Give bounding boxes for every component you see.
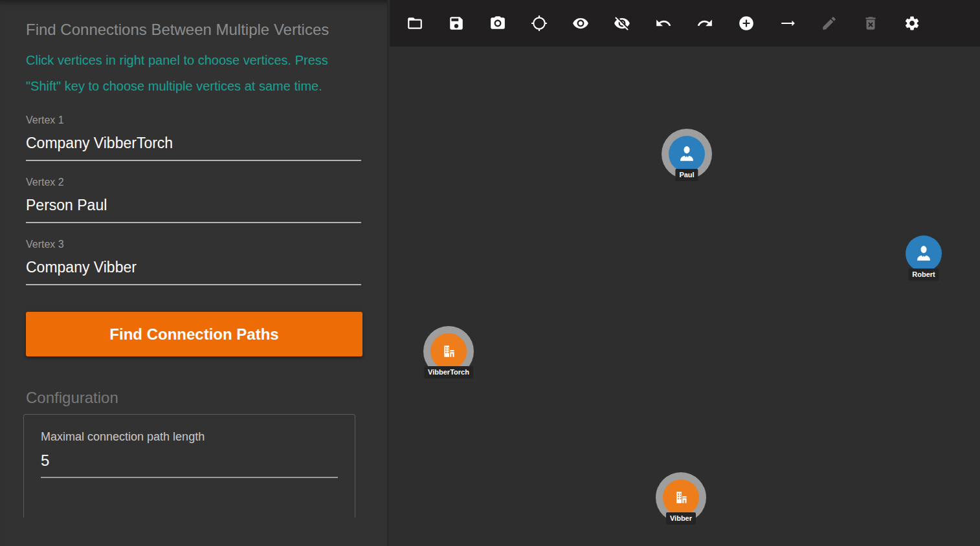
vertex-2-underline bbox=[26, 222, 361, 223]
settings-gear-icon[interactable] bbox=[904, 15, 920, 32]
show-visibility-icon[interactable] bbox=[572, 15, 589, 32]
vertex-3-label: Vertex 3 bbox=[26, 239, 361, 250]
panel-title: Find Connections Between Multiple Vertic… bbox=[26, 17, 361, 43]
vertex-label: Robert bbox=[908, 268, 939, 281]
locate-center-icon[interactable] bbox=[531, 15, 548, 32]
vertex-3-input[interactable] bbox=[26, 259, 361, 276]
add-edge-arrow-icon[interactable] bbox=[779, 15, 796, 32]
open-folder-icon[interactable] bbox=[406, 15, 423, 32]
vertex-1-underline bbox=[26, 160, 361, 161]
person-icon bbox=[669, 136, 705, 172]
screenshot-camera-icon[interactable] bbox=[489, 15, 506, 32]
vertex-label: VibberTorch bbox=[424, 366, 473, 378]
find-connections-panel: Find Connections Between Multiple Vertic… bbox=[0, 0, 388, 546]
vertex-1-input[interactable] bbox=[26, 135, 361, 152]
vertex-3-field: Vertex 3 bbox=[26, 239, 361, 285]
company-building-icon bbox=[663, 479, 699, 516]
vertex-1-label: Vertex 1 bbox=[26, 115, 361, 126]
vertex-node-paul[interactable]: Paul bbox=[662, 129, 712, 179]
find-connection-paths-button[interactable]: Find Connection Paths bbox=[26, 312, 362, 356]
vertex-label: Paul bbox=[675, 169, 698, 181]
vertex-node-vibber[interactable]: Vibber bbox=[656, 472, 706, 523]
max-path-length-label: Maximal connection path length bbox=[41, 430, 338, 444]
add-vertex-icon[interactable] bbox=[738, 15, 755, 32]
hide-visibility-off-icon[interactable] bbox=[614, 15, 630, 32]
vertex-2-input[interactable] bbox=[26, 197, 361, 214]
undo-icon[interactable] bbox=[655, 15, 672, 32]
panel-instructions: Click vertices in right panel to choose … bbox=[26, 47, 361, 99]
vertex-2-field: Vertex 2 bbox=[26, 177, 361, 223]
person-icon bbox=[906, 235, 942, 272]
vertex-1-field: Vertex 1 bbox=[26, 115, 361, 161]
company-building-icon bbox=[430, 333, 467, 369]
graph-canvas[interactable]: Paul Robert VibberTorch bbox=[390, 47, 980, 546]
vertex-label: Vibber bbox=[666, 512, 696, 525]
edit-pencil-icon[interactable] bbox=[821, 15, 838, 32]
vertex-node-robert[interactable]: Robert bbox=[898, 228, 949, 279]
redo-icon[interactable] bbox=[696, 15, 713, 32]
save-icon[interactable] bbox=[448, 15, 465, 32]
max-path-length-underline bbox=[41, 477, 338, 478]
configuration-heading: Configuration bbox=[26, 389, 361, 407]
max-path-length-input[interactable] bbox=[41, 452, 338, 470]
app-window: Find Connections Between Multiple Vertic… bbox=[0, 0, 980, 546]
graph-toolbar bbox=[390, 0, 980, 47]
vertex-3-underline bbox=[26, 284, 361, 285]
delete-trash-icon[interactable] bbox=[862, 15, 879, 32]
graph-area: Paul Robert VibberTorch bbox=[390, 0, 980, 546]
configuration-box: Maximal connection path length bbox=[23, 414, 355, 518]
vertex-node-vibbertorch[interactable]: VibberTorch bbox=[423, 326, 474, 377]
vertex-2-label: Vertex 2 bbox=[26, 177, 361, 188]
